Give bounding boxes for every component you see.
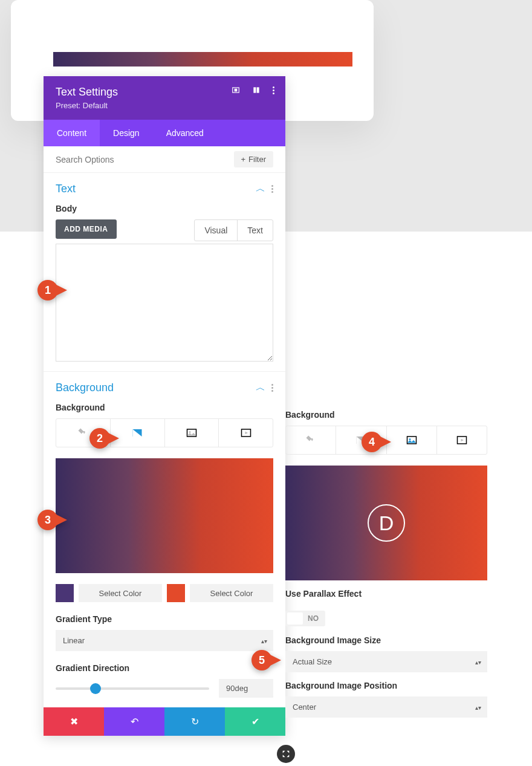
text-tab[interactable]: Text (238, 220, 273, 241)
close-button[interactable]: ✖ (44, 707, 104, 736)
svg-rect-3 (257, 87, 259, 93)
select-end-color-button[interactable]: Select Color (190, 584, 273, 602)
tab-design[interactable]: Design (100, 120, 153, 146)
gradient-type-label: Gradient Type (56, 614, 273, 624)
filter-button[interactable]: +Filter (234, 151, 273, 167)
bg-video-tab[interactable] (219, 419, 273, 447)
gradient-direction-slider[interactable] (56, 687, 209, 690)
gradient-type-select[interactable]: Linear (56, 630, 273, 651)
svg-rect-2 (253, 87, 256, 93)
section-options-icon[interactable] (271, 185, 273, 193)
bg-image-tab[interactable] (165, 419, 219, 447)
section-options-icon[interactable] (271, 384, 273, 392)
backdrop-gradient-bar: D (53, 52, 352, 67)
visual-tab[interactable]: Visual (195, 220, 238, 241)
annotation-4: 4 (362, 432, 391, 452)
tab-content[interactable]: Content (44, 120, 100, 146)
body-label: Body (56, 204, 273, 213)
preset-label[interactable]: Preset: Default (56, 101, 273, 110)
select-start-color-button[interactable]: Select Color (79, 584, 162, 602)
toggle-knob (287, 612, 303, 625)
background-section-title[interactable]: Background (56, 381, 114, 394)
right-column: Background D Use Parallax Effect NO Back… (285, 410, 487, 726)
expand-fab[interactable] (277, 745, 295, 763)
image-position-select[interactable]: Center (285, 696, 487, 718)
svg-point-10 (409, 438, 410, 440)
add-media-button[interactable]: ADD MEDIA (56, 219, 117, 239)
chevron-up-icon[interactable]: ︿ (256, 381, 265, 394)
bg-video-tab[interactable] (437, 426, 487, 454)
slider-thumb[interactable] (90, 683, 101, 694)
text-section-title[interactable]: Text (56, 183, 76, 195)
bg-color-tab[interactable] (286, 426, 336, 454)
gradient-direction-label: Gradient Direction (56, 663, 273, 673)
annotation-5: 5 (251, 650, 281, 670)
chevron-up-icon[interactable]: ︿ (256, 183, 265, 195)
svg-point-6 (189, 431, 190, 433)
image-preview: D (285, 466, 487, 580)
gradient-preview (56, 458, 273, 573)
annotation-2: 2 (89, 428, 119, 449)
panel-footer: ✖ ↶ ↻ ✔ (44, 707, 285, 736)
search-input[interactable] (56, 155, 234, 164)
body-editor[interactable] (56, 244, 273, 362)
settings-panel: Text Settings Preset: Default Content De… (44, 76, 285, 736)
panel-header: Text Settings Preset: Default (44, 76, 285, 120)
tab-advanced[interactable]: Advanced (153, 120, 217, 146)
save-button[interactable]: ✔ (225, 707, 285, 736)
responsive-icon[interactable] (232, 86, 240, 94)
more-options-icon[interactable] (273, 86, 274, 94)
annotation-3: 3 (37, 510, 67, 530)
annotation-1: 1 (37, 280, 67, 300)
filter-label: Filter (248, 155, 266, 164)
image-size-label: Background Image Size (285, 635, 487, 645)
parallax-toggle[interactable]: NO (285, 611, 325, 626)
parallax-label: Use Parallax Effect (285, 589, 487, 599)
gradient-direction-input[interactable] (219, 679, 273, 698)
column-icon[interactable] (252, 86, 261, 94)
divi-logo-icon: D (368, 504, 405, 542)
main-tabs: Content Design Advanced (44, 120, 285, 146)
gradient-end-swatch[interactable] (167, 584, 185, 602)
image-position-label: Background Image Position (285, 681, 487, 690)
redo-button[interactable]: ↻ (164, 707, 225, 736)
gradient-start-swatch[interactable] (56, 584, 74, 602)
svg-rect-1 (235, 89, 238, 92)
background-label: Background (56, 403, 273, 412)
bg-image-tab[interactable] (387, 426, 437, 454)
image-size-select[interactable]: Actual Size (285, 651, 487, 672)
undo-button[interactable]: ↶ (104, 707, 164, 736)
toggle-value: NO (303, 614, 323, 623)
background-label-right: Background (285, 410, 487, 420)
